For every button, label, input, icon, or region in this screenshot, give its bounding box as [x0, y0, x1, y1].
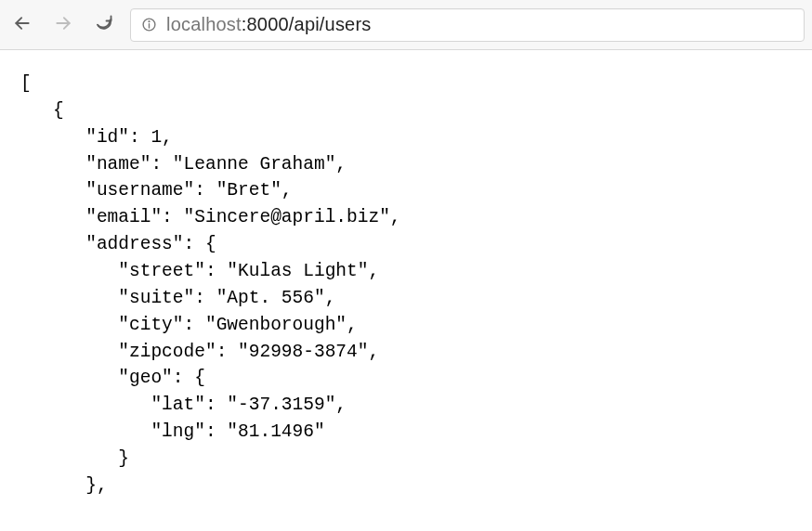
- browser-toolbar: localhost:8000/api/users: [0, 0, 812, 50]
- reload-button[interactable]: [89, 10, 119, 40]
- url-path: :8000/api/users: [242, 14, 372, 34]
- reload-icon: [95, 14, 113, 35]
- forward-button[interactable]: [48, 10, 78, 40]
- json-content: [ { "id": 1, "name": "Leanne Graham", "u…: [0, 50, 812, 511]
- back-button[interactable]: [7, 10, 37, 40]
- svg-point-4: [149, 21, 150, 22]
- address-bar[interactable]: localhost:8000/api/users: [130, 8, 805, 42]
- forward-arrow-icon: [54, 14, 72, 35]
- url-host: localhost: [166, 14, 242, 34]
- site-info-icon[interactable]: [140, 17, 157, 33]
- url-text: localhost:8000/api/users: [166, 14, 372, 35]
- back-arrow-icon: [13, 14, 32, 35]
